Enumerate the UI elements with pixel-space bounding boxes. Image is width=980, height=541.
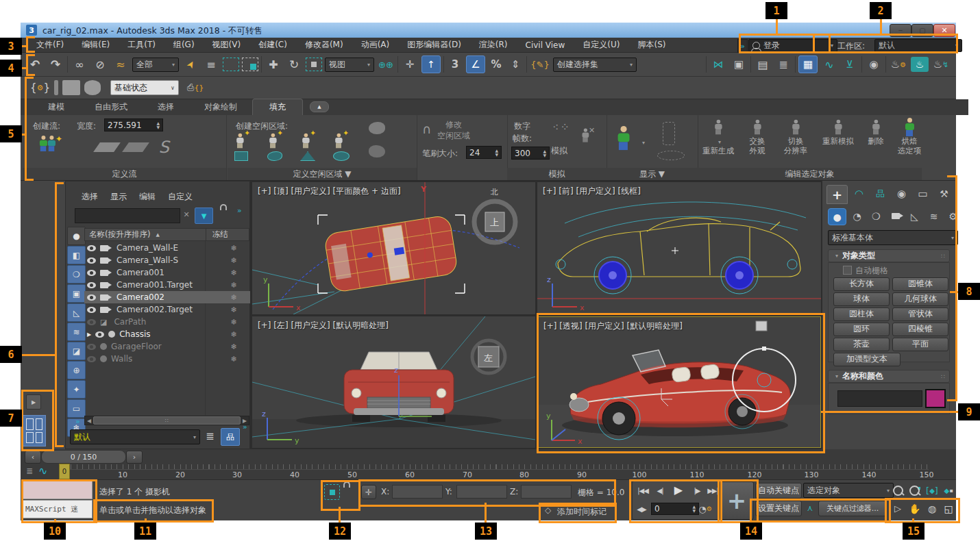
select-by-name-icon[interactable]: ≡ — [202, 58, 220, 71]
tab-utilities-icon[interactable]: ⚒ — [934, 185, 954, 203]
align-icon[interactable]: ▣ — [730, 58, 748, 71]
explorer-menu-select[interactable]: 选择 — [82, 191, 98, 203]
render-production-icon[interactable]: ♨↯ — [931, 58, 951, 71]
cone-button[interactable]: 圆锥体 — [892, 277, 948, 291]
next-frame-arrow[interactable]: › — [126, 451, 143, 464]
scene-row[interactable]: Camera_Wall-S❄ — [84, 254, 254, 266]
zoom-all-icon[interactable] — [907, 483, 923, 499]
viewport-perspective[interactable]: y x [+] [透视] [用户定义] [默认明暗处理] — [537, 316, 821, 448]
spinner-snap-icon[interactable]: ⇕ — [507, 58, 524, 71]
undo-icon[interactable]: ↶ — [26, 58, 44, 71]
menu-edit[interactable]: 编辑(E) — [73, 39, 119, 51]
rollout-name-color[interactable]: ▾名称和颜色 ∷ — [828, 370, 950, 383]
keyboard-override-icon[interactable]: ↑ — [421, 55, 441, 73]
teapot-button[interactable]: 茶壶 — [833, 338, 890, 351]
simulate-label[interactable]: 模拟 — [551, 145, 567, 157]
autogrid-checkbox[interactable] — [843, 266, 852, 275]
orbit-icon[interactable]: ◍ — [924, 501, 940, 516]
rotate-icon[interactable]: ↻ — [285, 58, 303, 71]
selection-filter-dropdown[interactable]: 全部▾ — [132, 58, 179, 72]
explorer-header[interactable]: 名称(按升序排序) ▲ 冻结 — [84, 228, 249, 241]
menu-overflow-icon[interactable]: » — [737, 39, 748, 53]
auto-key-button[interactable]: 自动关键点 — [755, 483, 802, 499]
flow-surface-icon[interactable] — [93, 142, 121, 152]
zoom-extents-all-icon[interactable]: ◆▪ — [941, 483, 956, 499]
cat-helpers-icon[interactable]: ◺ — [906, 208, 923, 224]
timeline-ruler[interactable] — [65, 464, 929, 469]
scene-row[interactable]: ▶ Chassis❄ — [84, 328, 254, 340]
freeze-column-header[interactable]: 冻结 — [212, 229, 228, 240]
angle-snap-icon[interactable]: ∠ — [466, 55, 485, 73]
add-time-tag-button[interactable]: 添加时间标记 — [557, 506, 607, 518]
switch-resolution-button[interactable]: 切换分辨率 — [777, 118, 814, 155]
pyramid-button[interactable]: 四棱锥 — [892, 323, 948, 336]
coord-x-field[interactable] — [392, 485, 443, 499]
save-state-icon[interactable]: ⎙{} — [187, 82, 204, 93]
workspace-dropdown[interactable]: 默认 ▾ — [874, 39, 962, 52]
idle-square-icon[interactable]: ✦ — [234, 131, 248, 161]
cat-spacewarps-icon[interactable]: ≋ — [925, 208, 942, 224]
tab-object-paint[interactable]: 对象绘制 — [189, 99, 252, 115]
simulate-icon[interactable]: ⁖⁘ — [552, 121, 571, 134]
menu-group[interactable]: 组(G) — [164, 39, 204, 51]
unlink-selection-icon[interactable]: ⊘ — [91, 58, 109, 71]
viewport-front[interactable]: z x [+] [前] [用户定义] [线框] — [537, 182, 821, 314]
cat-systems-icon[interactable]: ⚙ — [944, 208, 961, 224]
zoom-icon[interactable] — [890, 483, 906, 499]
mini-track-toggle-icon[interactable]: ≣ — [26, 466, 33, 476]
menu-views[interactable]: 视图(V) — [204, 39, 250, 51]
geosphere-button[interactable]: 几何球体 — [892, 292, 948, 306]
clear-sim-icon[interactable]: ✕ — [580, 126, 595, 144]
time-slider[interactable]: 0 — [59, 464, 70, 479]
menu-create[interactable]: 创建(C) — [249, 39, 296, 51]
edit-named-selections-icon[interactable]: {✎} — [530, 60, 550, 70]
state-sets-dropdown[interactable]: 基础状态∨ — [110, 80, 179, 95]
menu-modifiers[interactable]: 修改器(M) — [296, 39, 352, 51]
mini-curve-toggle-icon[interactable]: ∿ — [38, 464, 47, 477]
scene-row[interactable]: Camera001❄ — [84, 266, 254, 279]
scene-row[interactable]: Camera001.Target❄ — [84, 279, 254, 291]
object-name-input[interactable] — [837, 390, 922, 407]
ribbon-minimize-icon[interactable]: ▲ — [310, 101, 329, 112]
scroll-left-icon[interactable]: ◂ — [85, 416, 93, 425]
bind-to-spacewarp-icon[interactable]: ≈ — [112, 58, 130, 71]
scene-row[interactable]: Camera_Wall-E❄ — [84, 242, 254, 254]
idle-blob-icon[interactable]: ✦ — [267, 131, 282, 161]
text-plus-button[interactable]: 加强型文本 — [833, 353, 901, 366]
go-to-start-button[interactable]: |◀◀ — [635, 483, 651, 497]
key-target-dropdown[interactable]: 选定对象▾ — [803, 483, 894, 498]
tab-modeling[interactable]: 建模 — [33, 99, 79, 115]
snap-3d-icon[interactable]: 3 — [447, 58, 463, 71]
go-to-end-button[interactable]: ▶▶| — [705, 483, 721, 497]
coord-z-field[interactable] — [521, 485, 572, 499]
tab-populate[interactable]: 填充 — [252, 99, 303, 115]
strip-overflow-icon[interactable]: » — [75, 417, 80, 426]
rendered-frame-icon[interactable]: ♨ — [911, 57, 929, 72]
scene-explorer-toggle-icon[interactable]: ▤ — [754, 58, 772, 71]
plane-button[interactable]: 平面 — [892, 338, 948, 351]
viewport-top[interactable]: Y 上 北 y x [+] [顶] [用户定义] [平面颜色 + 边面] — [252, 182, 535, 314]
ribbon-toggle-icon[interactable]: ▦ — [798, 55, 818, 73]
play-button[interactable]: ▶ — [669, 481, 688, 499]
idle-triangle-icon[interactable]: ✦ — [300, 131, 315, 161]
state-sets-icon[interactable]: {⚙} — [30, 81, 50, 94]
next-frame-button[interactable]: |▶ — [689, 483, 705, 497]
prev-frame-button[interactable]: ◀| — [652, 483, 667, 497]
tab-selection[interactable]: 选择 — [143, 99, 189, 115]
menu-customize[interactable]: 自定义(U) — [574, 39, 628, 51]
viewport-front-label[interactable]: [+] [前] [用户定义] [线框] — [543, 186, 641, 197]
maxscript-input-field[interactable]: MAXScript 迷 — [23, 500, 93, 518]
frames-field[interactable]: 300 ▲▼ — [511, 147, 550, 160]
redo-icon[interactable]: ↷ — [47, 58, 64, 71]
chevron-down-icon[interactable]: ▾ — [642, 140, 645, 146]
menu-animation[interactable]: 动画(A) — [352, 39, 399, 51]
percent-snap-icon[interactable]: % — [488, 58, 504, 71]
state-thumb1-icon[interactable] — [62, 80, 80, 95]
render-setup-icon[interactable]: ♨⚙ — [889, 58, 908, 71]
regenerate-button[interactable]: ▾ 重新生成 — [699, 118, 737, 156]
hierarchy-mode-icon[interactable]: 品 — [221, 428, 240, 446]
bake-selected-button[interactable]: 烘焙选定项 — [892, 118, 927, 155]
close-button[interactable]: ✕ — [933, 24, 955, 37]
display-idle-icon[interactable] — [663, 122, 675, 145]
box-button[interactable]: 长方体 — [833, 277, 890, 291]
